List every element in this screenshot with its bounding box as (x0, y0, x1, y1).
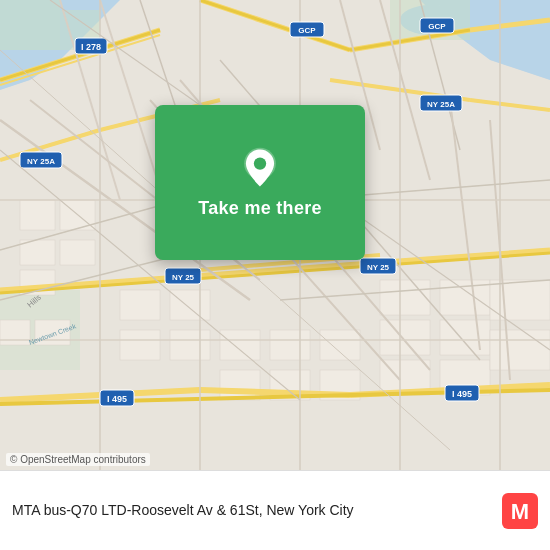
svg-text:NY 25A: NY 25A (427, 100, 455, 109)
svg-rect-22 (490, 330, 550, 370)
route-title: MTA bus-Q70 LTD-Roosevelt Av & 61St, New… (12, 502, 354, 518)
svg-rect-8 (20, 200, 55, 230)
svg-rect-4 (0, 0, 60, 50)
svg-rect-17 (380, 320, 430, 355)
svg-rect-26 (170, 330, 210, 360)
svg-rect-29 (320, 330, 360, 360)
map-container: I 278 GCP GCP NY 25A NY 25A NY 25 NY 25 … (0, 0, 550, 470)
svg-rect-23 (120, 290, 160, 320)
svg-point-100 (254, 157, 266, 169)
svg-rect-27 (220, 330, 260, 360)
location-pin-icon (238, 146, 282, 190)
svg-rect-13 (0, 320, 30, 345)
svg-rect-25 (120, 330, 160, 360)
svg-text:I 495: I 495 (107, 394, 127, 404)
bottom-bar: MTA bus-Q70 LTD-Roosevelt Av & 61St, New… (0, 470, 550, 550)
svg-rect-15 (380, 280, 430, 315)
svg-text:I 495: I 495 (452, 389, 472, 399)
svg-rect-18 (440, 320, 490, 355)
svg-rect-28 (270, 330, 310, 360)
route-info: MTA bus-Q70 LTD-Roosevelt Av & 61St, New… (12, 501, 492, 521)
take-me-there-card[interactable]: Take me there (155, 105, 365, 260)
svg-rect-30 (220, 370, 260, 400)
svg-text:NY 25: NY 25 (172, 273, 195, 282)
moovit-logo: M (502, 493, 538, 529)
moovit-icon: M (502, 493, 538, 529)
svg-text:NY 25: NY 25 (367, 263, 390, 272)
svg-text:M: M (511, 499, 529, 524)
svg-rect-11 (60, 240, 95, 265)
take-me-there-label: Take me there (198, 198, 322, 219)
svg-text:GCP: GCP (298, 26, 316, 35)
svg-text:I 278: I 278 (81, 42, 101, 52)
osm-attribution: © OpenStreetMap contributors (6, 453, 150, 466)
svg-rect-24 (170, 290, 210, 320)
svg-text:GCP: GCP (428, 22, 446, 31)
svg-text:NY 25A: NY 25A (27, 157, 55, 166)
